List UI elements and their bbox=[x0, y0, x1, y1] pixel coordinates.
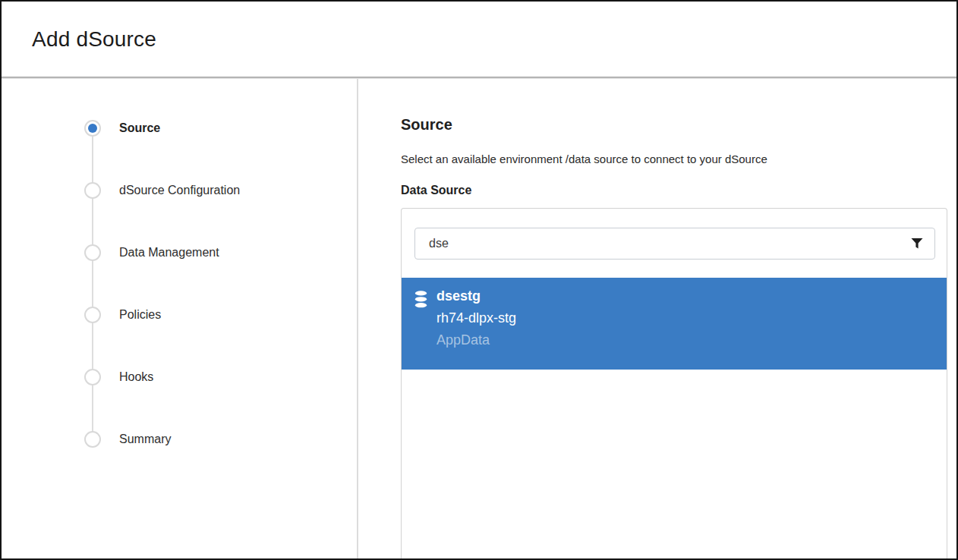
wizard-step-data-management[interactable]: Data Management bbox=[84, 244, 357, 261]
dialog-header: Add dSource bbox=[2, 2, 956, 77]
step-dot-icon bbox=[84, 307, 101, 323]
add-dsource-dialog: Add dSource Source dSource Configuration… bbox=[0, 0, 958, 560]
wizard-step-summary[interactable]: Summary bbox=[84, 431, 357, 448]
data-source-type: AppData bbox=[436, 332, 939, 348]
wizard-step-policies[interactable]: Policies bbox=[84, 307, 357, 323]
step-label: Summary bbox=[119, 433, 171, 446]
page-title: Source bbox=[401, 116, 956, 134]
data-source-filter-box[interactable] bbox=[414, 228, 935, 260]
data-source-field-label: Data Source bbox=[401, 184, 956, 197]
wizard-step-panel: Source dSource Configuration Data Manage… bbox=[2, 79, 358, 558]
step-connector-line bbox=[92, 128, 93, 439]
filter-funnel-icon[interactable] bbox=[910, 237, 924, 250]
data-source-environment: rh74-dlpx-stg bbox=[436, 310, 939, 326]
database-icon bbox=[414, 291, 427, 308]
step-label: Source bbox=[119, 121, 160, 135]
step-dot-icon bbox=[84, 244, 101, 261]
step-dot-icon bbox=[84, 182, 101, 199]
wizard-steps: Source dSource Configuration Data Manage… bbox=[2, 79, 357, 448]
source-step-content: Source Select an available environment /… bbox=[358, 79, 956, 558]
dialog-title: Add dSource bbox=[32, 27, 156, 52]
dialog-body: Source dSource Configuration Data Manage… bbox=[2, 79, 956, 558]
wizard-step-dsource-configuration[interactable]: dSource Configuration bbox=[84, 182, 357, 199]
step-dot-icon bbox=[84, 369, 101, 385]
step-label: Hooks bbox=[119, 370, 153, 384]
wizard-step-hooks[interactable]: Hooks bbox=[84, 369, 357, 385]
data-source-filter-input[interactable] bbox=[427, 236, 910, 251]
step-description: Select an available environment /data so… bbox=[401, 153, 956, 165]
step-active-dot-icon bbox=[84, 120, 101, 137]
step-label: Data Management bbox=[119, 246, 219, 260]
wizard-step-source[interactable]: Source bbox=[84, 120, 357, 137]
step-label: dSource Configuration bbox=[119, 184, 240, 197]
data-source-name: dsestg bbox=[436, 288, 939, 304]
step-dot-icon bbox=[84, 431, 101, 448]
data-source-list-container: dsestg rh74-dlpx-stg AppData bbox=[401, 208, 947, 558]
step-label: Policies bbox=[119, 308, 161, 322]
data-source-list-item-selected[interactable]: dsestg rh74-dlpx-stg AppData bbox=[402, 278, 947, 370]
